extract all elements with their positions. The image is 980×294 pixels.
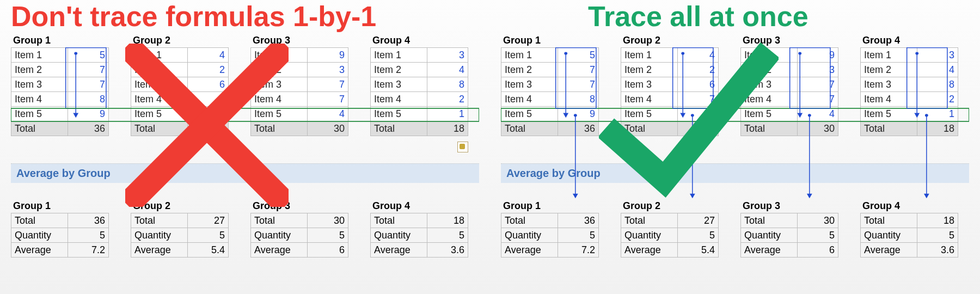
stage-left: Group 1 Item 15 Item 27 Item 37 Item 48 … <box>11 34 479 258</box>
summary-value: 5.4 <box>187 243 228 258</box>
table-row: Item 51 <box>371 107 468 121</box>
total-row: Total27 <box>621 121 719 136</box>
summary-block: Group 3 Total30 Quantity5 Average6 <box>740 199 838 258</box>
item-label: Item 5 <box>251 107 308 121</box>
item-value: 4 <box>677 48 718 63</box>
item-value: 8 <box>68 92 108 107</box>
table-row: Quantity5 <box>11 228 109 243</box>
table-row: Average5.4 <box>131 243 229 258</box>
table-row: Average6 <box>251 243 348 258</box>
total-row: Total36 <box>501 121 599 136</box>
summary-label: Total <box>861 213 917 228</box>
total-row: Total27 <box>131 121 229 136</box>
item-label: Item 5 <box>621 107 678 121</box>
group-header: Group 4 <box>370 34 468 47</box>
item-label: Item 1 <box>501 48 558 63</box>
item-label: Item 1 <box>861 48 917 63</box>
item-label: Item 3 <box>861 77 917 92</box>
table-row: Quantity5 <box>741 228 838 243</box>
table-row: Total18 <box>861 213 958 228</box>
summary-label: Quantity <box>131 228 188 243</box>
item-label: Item 3 <box>371 77 427 92</box>
table-row: Average3.6 <box>371 243 468 258</box>
summary-block: Group 3 Total30 Quantity5 Average6 <box>250 199 348 258</box>
table-row: Total18 <box>371 213 468 228</box>
item-value: 7 <box>307 92 348 107</box>
total-value: 18 <box>427 121 468 136</box>
summary-value: 6 <box>307 243 348 258</box>
table-row: Item 14 <box>131 48 229 63</box>
table-row: Total27 <box>621 213 719 228</box>
stage-right: Group 1 Item 15 Item 27 Item 37 Item 48 … <box>501 34 969 258</box>
table-row: Total36 <box>501 213 599 228</box>
summary-table: Total18 Quantity5 Average3.6 <box>860 213 958 258</box>
group-block: Group 1 Item 15 Item 27 Item 37 Item 48 … <box>501 34 599 136</box>
summary-block: Group 4 Total18 Quantity5 Average3.6 <box>860 199 958 258</box>
group-block: Group 4 Item 13 Item 24 Item 38 Item 42 … <box>370 34 468 136</box>
summary-value: 36 <box>558 213 598 228</box>
summary-label: Average <box>861 243 917 258</box>
table-row: Item 48 <box>11 92 109 107</box>
item-label: Item 5 <box>11 107 68 121</box>
total-value: 30 <box>797 121 838 136</box>
group-table: Item 13 Item 24 Item 38 Item 42 Item 51 … <box>860 47 958 136</box>
summary-table: Total36 Quantity5 Average7.2 <box>11 213 109 258</box>
total-value: 27 <box>187 121 228 136</box>
table-row: Quantity5 <box>861 228 958 243</box>
summary-label: Quantity <box>251 228 308 243</box>
summary-value: 18 <box>917 213 958 228</box>
table-row: Item 15 <box>501 48 599 63</box>
table-row: Total27 <box>131 213 229 228</box>
summary-value: 5 <box>187 228 228 243</box>
summary-label: Quantity <box>501 228 558 243</box>
summary-value: 5 <box>558 228 598 243</box>
item-label: Item 5 <box>741 107 798 121</box>
item-value: 1 <box>917 107 958 121</box>
table-row: Item 15 <box>11 48 109 63</box>
table-row: Quantity5 <box>621 228 719 243</box>
section-header-left: Average by Group <box>11 163 479 183</box>
summary-value: 30 <box>307 213 348 228</box>
summary-label: Average <box>371 243 427 258</box>
item-label: Item 1 <box>371 48 427 63</box>
summaries-row-right: Group 1 Total36 Quantity5 Average7.2 Gro… <box>501 199 969 258</box>
item-label: Item 4 <box>741 92 798 107</box>
summary-label: Total <box>621 213 678 228</box>
item-value: 5 <box>558 48 598 63</box>
table-row: Average7.2 <box>501 243 599 258</box>
total-value: 36 <box>558 121 598 136</box>
table-row: Item 24 <box>861 63 958 77</box>
summary-table: Total36 Quantity5 Average7.2 <box>501 213 599 258</box>
table-row: Item 54 <box>741 107 838 121</box>
smart-tag-icon[interactable] <box>457 142 468 152</box>
table-row: Item 38 <box>861 77 958 92</box>
table-row: Item 19 <box>741 48 838 63</box>
total-row: Total18 <box>861 121 958 136</box>
summary-label: Quantity <box>11 228 68 243</box>
item-value: 5 <box>68 48 108 63</box>
table-row: Quantity5 <box>501 228 599 243</box>
page: Don't trace formulas 1-by-1 Group 1 Item… <box>0 0 980 294</box>
table-row: Item 36 <box>131 77 229 92</box>
summary-value: 27 <box>677 213 718 228</box>
item-value: 4 <box>797 107 838 121</box>
table-row: Item 19 <box>251 48 348 63</box>
total-row: Total36 <box>11 121 109 136</box>
summary-header: Group 3 <box>740 199 838 213</box>
total-row: Total30 <box>741 121 838 136</box>
total-label: Total <box>11 121 68 136</box>
group-header: Group 1 <box>501 34 599 47</box>
group-table: Item 14 Item 22 Item 36 Item 47 Item 58 … <box>131 47 229 136</box>
svg-marker-35 <box>924 194 929 199</box>
group-block: Group 4 Item 13 Item 24 Item 38 Item 42 … <box>860 34 958 136</box>
table-row: Item 36 <box>621 77 719 92</box>
summary-value: 5 <box>797 228 838 243</box>
table-row: Average6 <box>741 243 838 258</box>
summary-table: Total27 Quantity5 Average5.4 <box>621 213 719 258</box>
group-header: Group 3 <box>740 34 838 47</box>
summary-value: 5 <box>917 228 958 243</box>
table-row: Item 47 <box>131 92 229 107</box>
table-row: Item 58 <box>621 107 719 121</box>
groups-row-left: Group 1 Item 15 Item 27 Item 37 Item 48 … <box>11 34 479 136</box>
summaries-row-left: Group 1 Total36 Quantity5 Average7.2 Gro… <box>11 199 479 258</box>
